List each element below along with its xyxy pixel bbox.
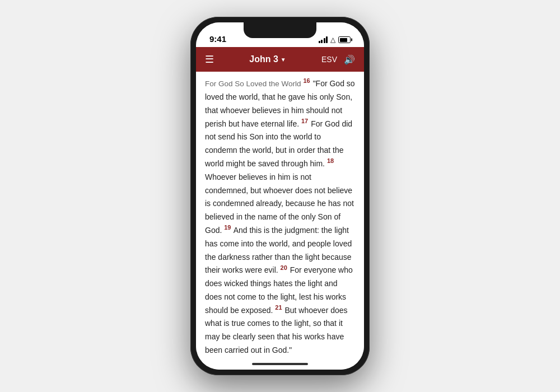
verse-num-21: 21 — [275, 304, 282, 311]
nav-right: ESV 🔊 — [321, 54, 355, 65]
battery-icon — [338, 36, 351, 43]
menu-icon[interactable]: ☰ — [205, 53, 214, 66]
partial-header-text: For God So Loved the World — [205, 80, 301, 88]
battery-fill — [340, 38, 348, 42]
signal-icon — [319, 36, 328, 43]
verse-num-17: 17 — [301, 118, 308, 124]
audio-icon[interactable]: 🔊 — [344, 54, 355, 65]
bible-content[interactable]: For God So Loved the World 16 "For God s… — [196, 72, 364, 358]
verse-num-20: 20 — [281, 264, 287, 271]
verse-18: 18 Whoever believes in him is not condem… — [205, 159, 354, 235]
verse-num-16: 16 — [303, 77, 310, 84]
phone-device: 9:41 △ ☰ John 3 ▼ ESV 🔊 — [190, 17, 370, 375]
nav-bar: ☰ John 3 ▼ ESV 🔊 — [196, 47, 364, 72]
chevron-down-icon: ▼ — [281, 57, 286, 63]
chapter-label: John 3 — [249, 54, 278, 64]
bible-text: For God So Loved the World 16 "For God s… — [205, 77, 355, 358]
phone-screen: 9:41 △ ☰ John 3 ▼ ESV 🔊 — [196, 22, 364, 370]
home-indicator — [196, 358, 364, 370]
verse-num-18: 18 — [327, 157, 334, 164]
verse-num-19: 19 — [224, 224, 231, 231]
phone-notch — [244, 22, 316, 38]
translation-label[interactable]: ESV — [321, 55, 337, 64]
wifi-icon: △ — [330, 36, 335, 44]
status-time: 9:41 — [209, 34, 226, 44]
home-bar — [252, 363, 308, 365]
nav-title[interactable]: John 3 ▼ — [249, 54, 286, 64]
status-icons: △ — [319, 36, 351, 44]
